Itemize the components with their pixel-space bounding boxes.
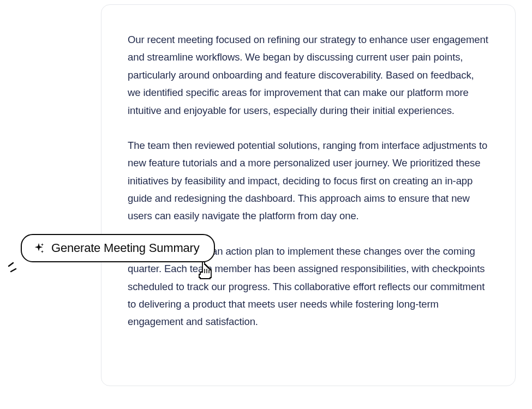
pointer-cursor-icon [195,259,215,281]
generate-summary-label: Generate Meeting Summary [51,241,200,255]
document-paragraph: The team then reviewed potential solutio… [128,137,489,225]
document-card: Our recent meeting focused on refining o… [101,4,516,386]
sparkle-icon [33,242,45,254]
svg-line-0 [9,263,13,266]
document-paragraph: Our recent meeting focused on refining o… [128,31,489,119]
accent-lines-decoration [8,262,23,277]
svg-line-1 [11,269,16,272]
generate-summary-button[interactable]: Generate Meeting Summary [21,234,215,262]
